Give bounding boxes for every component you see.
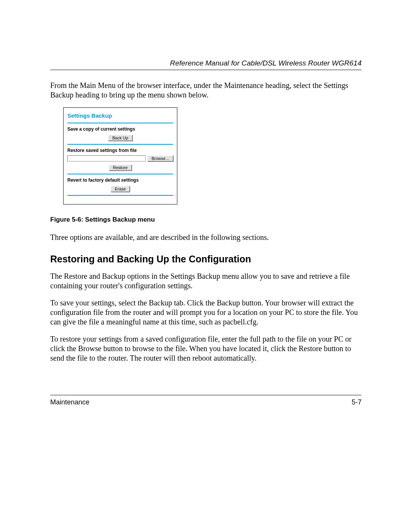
screenshot-rule [67,144,173,145]
restore-button[interactable]: Restore [109,165,132,171]
page-footer: Maintenance 5-7 [50,395,362,406]
footer-section: Maintenance [50,398,89,406]
options-paragraph: Three options are available, and are des… [50,233,362,242]
restore-label: Restore saved settings from file [67,148,173,153]
screenshot-rule [67,195,173,196]
screenshot-title: Settings Backup [67,112,173,119]
erase-button[interactable]: Erase [111,186,130,192]
backup-button[interactable]: Back Up [108,135,132,141]
restore-file-input[interactable] [67,155,146,161]
screenshot-rule [67,123,173,123]
intro-paragraph: From the Main Menu of the browser interf… [50,81,362,100]
footer-page-number: 5-7 [352,398,362,406]
page: Reference Manual for Cable/DSL Wireless … [0,0,411,532]
browse-button[interactable]: Browse... [147,155,173,161]
manual-title: Reference Manual for Cable/DSL Wireless … [50,59,362,67]
footer-rule [50,395,362,395]
figure-wrap: Settings Backup Save a copy of current s… [63,107,362,204]
header-rule [50,70,362,70]
save-copy-label: Save a copy of current settings [67,126,173,132]
revert-label: Revert to factory default settings [67,177,173,183]
screenshot-rule [67,174,173,174]
figure-caption: Figure 5-6: Settings Backup menu [50,216,362,224]
settings-backup-screenshot: Settings Backup Save a copy of current s… [63,107,177,204]
save-settings-paragraph: To save your settings, select the Backup… [50,298,362,327]
restore-settings-paragraph: To restore your settings from a saved co… [50,334,362,363]
section-heading: Restoring and Backing Up the Configurati… [50,254,362,265]
restore-backup-paragraph: The Restore and Backup options in the Se… [50,272,362,291]
